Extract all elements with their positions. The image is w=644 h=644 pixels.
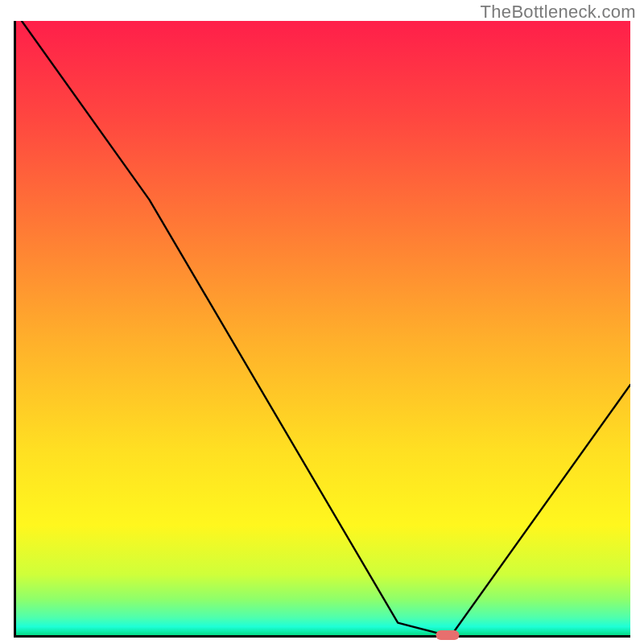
chart-frame: TheBottleneck.com <box>0 0 644 644</box>
optimal-point-marker <box>436 630 460 640</box>
plot-area <box>14 21 630 638</box>
axes-border <box>14 21 630 638</box>
watermark-text: TheBottleneck.com <box>481 2 636 23</box>
